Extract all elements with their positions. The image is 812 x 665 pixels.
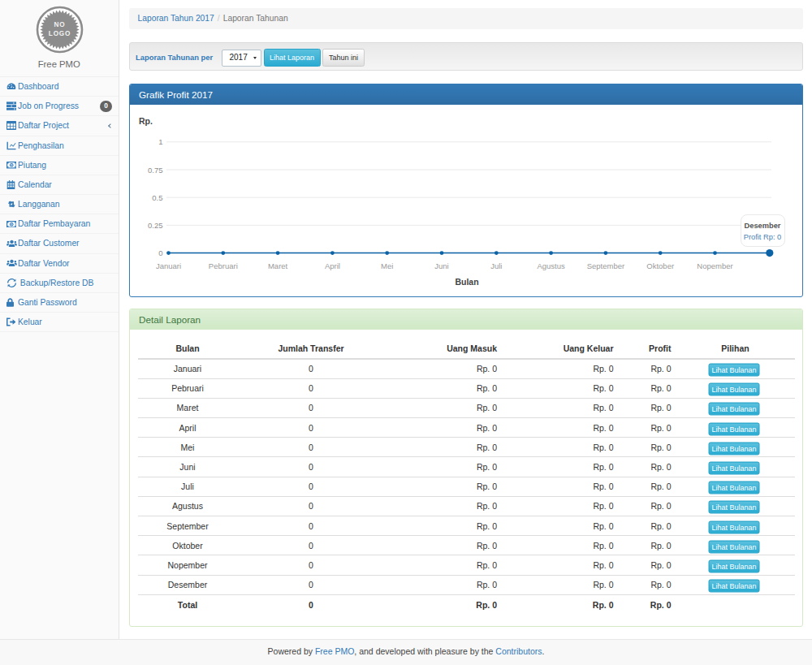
svg-text:September: September [586, 261, 624, 270]
svg-text:0: 0 [158, 248, 162, 257]
svg-text:Oktober: Oktober [646, 261, 674, 270]
svg-text:Juni: Juni [434, 261, 448, 270]
svg-text:Januari: Januari [155, 261, 180, 270]
svg-text:1: 1 [158, 137, 162, 146]
svg-text:Agustus: Agustus [537, 261, 565, 270]
svg-text:LOGO: LOGO [49, 30, 71, 37]
svg-text:Nopember: Nopember [697, 261, 732, 270]
svg-text:April: April [324, 261, 339, 270]
svg-text:Pebruari: Pebruari [208, 261, 237, 270]
svg-text:Juli: Juli [490, 261, 502, 270]
svg-text:Maret: Maret [267, 261, 287, 270]
svg-text:Bulan: Bulan [455, 277, 478, 287]
svg-text:0.75: 0.75 [148, 166, 163, 175]
svg-text:0.25: 0.25 [148, 221, 163, 230]
svg-text:NO: NO [54, 21, 66, 28]
svg-text:Mei: Mei [381, 261, 393, 270]
svg-text:0.5: 0.5 [152, 193, 162, 202]
